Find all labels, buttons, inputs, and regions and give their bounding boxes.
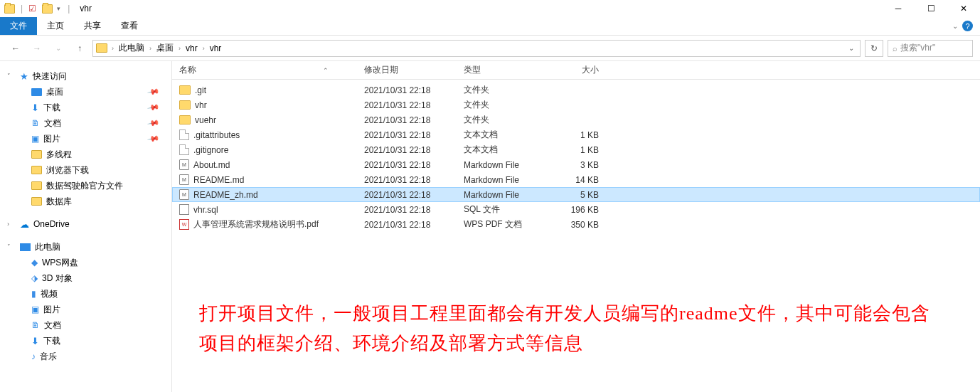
sidebar-database[interactable]: 数据库 bbox=[0, 194, 171, 209]
file-type: 文件夹 bbox=[464, 114, 549, 126]
tab-view[interactable]: 查看 bbox=[111, 17, 148, 35]
tab-file[interactable]: 文件 bbox=[0, 17, 37, 35]
star-icon: ★ bbox=[20, 71, 28, 82]
sidebar-item-label: OneDrive bbox=[33, 219, 70, 229]
sidebar-documents[interactable]: 🗎 文档 📌 bbox=[0, 115, 171, 131]
file-name: vuehr bbox=[195, 115, 216, 125]
column-name[interactable]: 名称 ⌃ bbox=[179, 64, 364, 76]
sidebar-3d[interactable]: ⬗ 3D 对象 bbox=[0, 270, 171, 286]
column-type[interactable]: 类型 bbox=[464, 64, 549, 76]
search-input[interactable]: ⌕ 搜索"vhr" bbox=[888, 40, 973, 57]
file-name: README_zh.md bbox=[193, 190, 258, 200]
sidebar-desktop[interactable]: 桌面 📌 bbox=[0, 84, 171, 100]
file-row[interactable]: MAbout.md2021/10/31 22:18Markdown File3 … bbox=[172, 157, 980, 172]
file-row[interactable]: vhr2021/10/31 22:18文件夹 bbox=[172, 97, 980, 112]
sidebar-documents2[interactable]: 🗎 文档 bbox=[0, 317, 171, 333]
sidebar-onedrive[interactable]: › ☁ OneDrive bbox=[0, 216, 171, 232]
refresh-button[interactable]: ↻ bbox=[865, 40, 883, 57]
sidebar-pictures[interactable]: ▣ 图片 📌 bbox=[0, 131, 171, 147]
sidebar-downloads[interactable]: ⬇ 下载 📌 bbox=[0, 100, 171, 115]
recent-dropdown[interactable]: ⌄ bbox=[50, 40, 67, 57]
folder-icon bbox=[179, 100, 191, 110]
sidebar-music[interactable]: ♪ 音乐 bbox=[0, 349, 171, 364]
sidebar-item-label: 多线程 bbox=[46, 149, 72, 161]
file-type: 文件夹 bbox=[464, 99, 549, 111]
file-date: 2021/10/31 22:18 bbox=[364, 175, 464, 185]
sidebar-data-cockpit[interactable]: 数据驾驶舱官方文件 bbox=[0, 178, 171, 194]
sidebar-item-label: WPS网盘 bbox=[42, 257, 78, 269]
annotation-text: 打开项目文件，一般项目工程里面都会有开发人员编写的readme文件，其中可能会包… bbox=[199, 299, 946, 358]
search-icon: ⌕ bbox=[893, 44, 898, 53]
sidebar-pictures2[interactable]: ▣ 图片 bbox=[0, 302, 171, 317]
chevron-right-icon[interactable]: › bbox=[177, 45, 182, 52]
column-size[interactable]: 大小 bbox=[549, 64, 599, 76]
file-row[interactable]: vhr.sql2021/10/31 22:18SQL 文件196 KB bbox=[172, 202, 980, 217]
column-date[interactable]: 修改日期 bbox=[364, 64, 464, 76]
close-button[interactable]: ✕ bbox=[947, 0, 980, 17]
sidebar-quick-access[interactable]: ˅ ★ 快速访问 bbox=[0, 68, 171, 84]
tab-share[interactable]: 共享 bbox=[74, 17, 111, 35]
up-button[interactable]: ↑ bbox=[71, 40, 88, 57]
window-title: vhr bbox=[80, 4, 92, 14]
file-name: .gitattributes bbox=[193, 130, 240, 140]
wps-icon: ◆ bbox=[31, 258, 38, 267]
column-label: 名称 bbox=[179, 64, 196, 76]
sidebar-browser-dl[interactable]: 浏览器下载 bbox=[0, 162, 171, 178]
file-name: .gitignore bbox=[193, 145, 228, 155]
chevron-down-icon[interactable]: ˅ bbox=[7, 73, 11, 80]
address-dropdown-icon[interactable]: ⌄ bbox=[846, 44, 857, 52]
tab-home[interactable]: 主页 bbox=[37, 17, 74, 35]
help-icon[interactable]: ? bbox=[962, 21, 973, 31]
chevron-right-icon[interactable]: › bbox=[7, 221, 9, 228]
breadcrumb-item[interactable]: vhr bbox=[183, 43, 200, 53]
folder-icon bbox=[31, 197, 42, 206]
sidebar-video[interactable]: ▮ 视频 bbox=[0, 286, 171, 302]
breadcrumb-item[interactable]: vhr bbox=[208, 43, 224, 53]
file-type: 文件夹 bbox=[464, 84, 549, 96]
file-row[interactable]: .git2021/10/31 22:18文件夹 bbox=[172, 83, 980, 97]
breadcrumb-item[interactable]: 此电脑 bbox=[117, 42, 147, 54]
file-row[interactable]: MREADME_zh.md2021/10/31 22:18Markdown Fi… bbox=[172, 187, 980, 202]
chevron-right-icon[interactable]: › bbox=[148, 45, 153, 52]
sidebar-downloads2[interactable]: ⬇ 下载 bbox=[0, 333, 171, 349]
back-button[interactable]: ← bbox=[7, 40, 24, 57]
file-row[interactable]: W人事管理系统需求规格说明书.pdf2021/10/31 22:18WPS PD… bbox=[172, 217, 980, 232]
file-date: 2021/10/31 22:18 bbox=[364, 130, 464, 140]
pin-icon: 📌 bbox=[147, 85, 161, 99]
file-date: 2021/10/31 22:18 bbox=[364, 100, 464, 110]
file-date: 2021/10/31 22:18 bbox=[364, 205, 464, 215]
separator: | bbox=[18, 4, 26, 14]
file-type: 文本文档 bbox=[464, 144, 549, 156]
document-icon: 🗎 bbox=[31, 320, 40, 330]
file-type: Markdown File bbox=[464, 175, 549, 185]
file-row[interactable]: .gitignore2021/10/31 22:18文本文档1 KB bbox=[172, 142, 980, 157]
sidebar-item-label: 图片 bbox=[43, 133, 60, 145]
sidebar-multithread[interactable]: 多线程 bbox=[0, 147, 171, 162]
file-list: .git2021/10/31 22:18文件夹vhr2021/10/31 22:… bbox=[172, 80, 980, 232]
window-controls: ─ ☐ ✕ bbox=[882, 0, 980, 17]
minimize-button[interactable]: ─ bbox=[882, 0, 915, 17]
chevron-right-icon[interactable]: › bbox=[110, 45, 115, 52]
download-icon: ⬇ bbox=[31, 102, 39, 113]
file-row[interactable]: .gitattributes2021/10/31 22:18文本文档1 KB bbox=[172, 127, 980, 142]
titlebar: | ▾ | vhr ─ ☐ ✕ bbox=[0, 0, 980, 17]
file-row[interactable]: vuehr2021/10/31 22:18文件夹 bbox=[172, 112, 980, 127]
chevron-right-icon[interactable]: › bbox=[201, 45, 206, 52]
ribbon-expand-icon[interactable]: ⌄ bbox=[952, 22, 958, 30]
folder-icon bbox=[4, 4, 15, 14]
checkbox-icon[interactable] bbox=[28, 4, 36, 14]
forward-button[interactable]: → bbox=[28, 40, 46, 57]
maximize-button[interactable]: ☐ bbox=[915, 0, 947, 17]
pin-icon: 📌 bbox=[147, 132, 161, 146]
sidebar-this-pc[interactable]: ˅ 此电脑 bbox=[0, 239, 171, 255]
address-bar[interactable]: › 此电脑 › 桌面 › vhr › vhr ⌄ bbox=[92, 40, 861, 57]
file-date: 2021/10/31 22:18 bbox=[364, 115, 464, 125]
sidebar-wps[interactable]: ◆ WPS网盘 bbox=[0, 255, 171, 270]
file-row[interactable]: MREADME.md2021/10/31 22:18Markdown File1… bbox=[172, 172, 980, 187]
folder-icon bbox=[96, 43, 107, 53]
ribbon: 文件 主页 共享 查看 ⌄ ? bbox=[0, 17, 980, 36]
dropdown-icon[interactable]: ▾ bbox=[55, 5, 62, 12]
breadcrumb-item[interactable]: 桌面 bbox=[154, 42, 176, 54]
sidebar-item-label: 图片 bbox=[43, 304, 60, 316]
chevron-down-icon[interactable]: ˅ bbox=[7, 243, 11, 250]
